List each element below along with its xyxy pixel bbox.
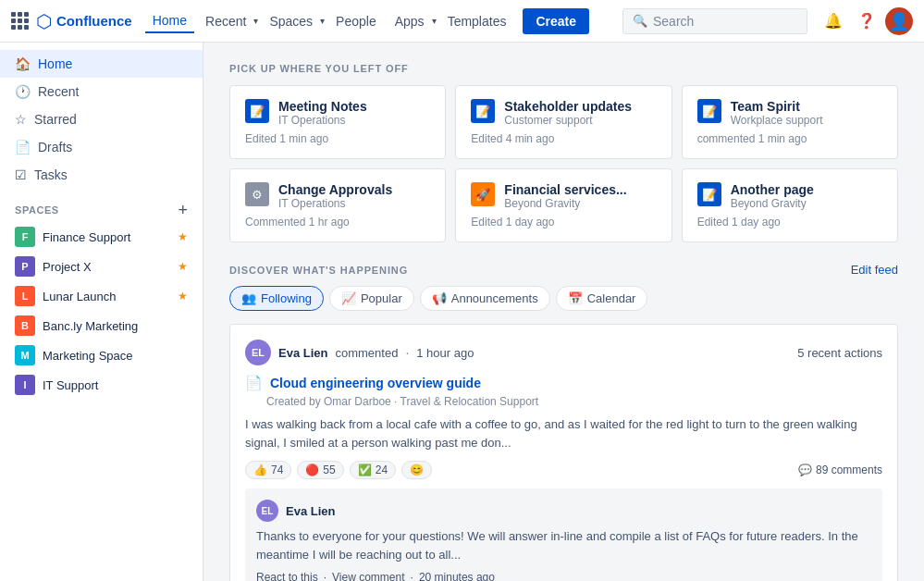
meeting-notes-title: Meeting Notes <box>278 99 367 114</box>
tab-popular[interactable]: 📈 Popular <box>329 286 414 311</box>
finance-support-star: ★ <box>178 230 188 243</box>
nav-home[interactable]: Home <box>145 9 194 33</box>
team-spirit-space: Workplace support <box>731 114 823 127</box>
search-placeholder: Search <box>653 14 694 29</box>
app-grid-icon[interactable] <box>11 12 29 30</box>
sidebar-item-marketing-space[interactable]: M Marketing Space <box>0 340 203 370</box>
nav-apps-arrow: ▾ <box>432 16 437 26</box>
lunar-launch-icon: L <box>15 286 35 306</box>
reaction-check[interactable]: ✅24 <box>350 461 396 479</box>
feed-1-recent-actions[interactable]: 5 recent actions <box>797 346 882 360</box>
meeting-notes-meta: Edited 1 min ago <box>245 132 430 145</box>
meeting-notes-card-icon: 📝 <box>245 99 269 123</box>
feed-1-dot: · <box>405 345 409 360</box>
sidebar-item-it-support[interactable]: I IT Support <box>0 370 203 400</box>
sidebar-item-tasks[interactable]: ☑ Tasks <box>0 161 203 189</box>
create-button[interactable]: Create <box>523 8 589 34</box>
notifications-button[interactable]: 🔔 <box>819 6 848 36</box>
sidebar-item-home[interactable]: 🏠 Home <box>0 50 203 78</box>
feed-tabs: 👥 Following 📈 Popular 📢 Announcements 📅 … <box>229 286 898 311</box>
financial-space: Beyond Gravity <box>504 197 626 210</box>
tab-calendar[interactable]: 📅 Calendar <box>556 286 648 311</box>
comment-icon-1: 💬 <box>798 464 812 476</box>
add-space-button[interactable]: + <box>178 202 188 218</box>
team-spirit-card-icon: 📝 <box>697 99 721 123</box>
recent-icon: 🕐 <box>15 84 31 99</box>
app-logo[interactable]: ⬡ Confluence <box>36 10 132 32</box>
reply-text: Thanks to everyone for your questions! W… <box>256 527 871 563</box>
react-to-this-link[interactable]: React to this <box>256 571 318 581</box>
edit-feed-link[interactable]: Edit feed <box>851 263 898 277</box>
user-avatar[interactable]: 👤 <box>885 7 913 35</box>
tab-following[interactable]: 👥 Following <box>229 286 324 311</box>
nav-spaces[interactable]: Spaces <box>262 10 320 32</box>
reaction-red[interactable]: 🔴55 <box>297 461 343 479</box>
nav-templates[interactable]: Templates <box>440 10 514 32</box>
article-1-title[interactable]: Cloud engineering overview guide <box>270 376 481 390</box>
change-approvals-title: Change Approvals <box>278 182 392 197</box>
sidebar-item-bancly-marketing[interactable]: B Banc.ly Marketing <box>0 311 203 340</box>
financial-meta: Edited 1 day ago <box>471 216 656 229</box>
popular-icon: 📈 <box>341 291 356 305</box>
reply-sep-2: · <box>411 571 413 581</box>
confluence-logo-icon: ⬡ <box>36 10 52 32</box>
card-change-approvals[interactable]: ⚙ Change Approvals IT Operations Comment… <box>229 168 446 242</box>
reply-sep-1: · <box>324 571 326 581</box>
search-icon: 🔍 <box>633 14 647 28</box>
sidebar-item-recent[interactable]: 🕐 Recent <box>0 78 203 105</box>
sidebar-item-lunar-launch[interactable]: L Lunar Launch ★ <box>0 281 203 311</box>
sidebar-item-starred[interactable]: ☆ Starred <box>0 105 203 133</box>
team-spirit-meta: commented 1 min ago <box>697 132 882 145</box>
card-team-spirit[interactable]: 📝 Team Spirit Workplace support commente… <box>682 85 898 159</box>
feed-1-username[interactable]: Eva Lien <box>278 346 327 360</box>
project-x-icon: P <box>15 256 35 277</box>
another-page-card-icon: 📝 <box>697 182 721 206</box>
tab-announcements[interactable]: 📢 Announcements <box>420 286 550 311</box>
feed-1-avatar: EL <box>245 340 271 365</box>
card-another-page[interactable]: 📝 Another page Beyond Gravity Edited 1 d… <box>682 168 898 242</box>
project-x-star: ★ <box>178 260 188 273</box>
team-spirit-title: Team Spirit <box>731 99 823 114</box>
nav-recent-arrow: ▾ <box>253 16 258 26</box>
calendar-icon: 📅 <box>568 291 583 305</box>
topnav: ⬡ Confluence Home Recent ▾ Spaces ▾ Peop… <box>0 0 924 43</box>
nav-apps[interactable]: Apps <box>388 10 432 32</box>
financial-card-icon: 🚀 <box>471 182 495 206</box>
financial-title: Financial services... <box>504 182 626 197</box>
card-financial-services[interactable]: 🚀 Financial services... Beyond Gravity E… <box>455 168 671 242</box>
discover-section-title: DISCOVER WHAT'S HAPPENING <box>229 265 408 276</box>
help-button[interactable]: ❓ <box>852 6 881 36</box>
feed-item-1: EL Eva Lien commented · 1 hour ago 5 rec… <box>229 324 898 581</box>
meeting-notes-space: IT Operations <box>278 114 367 127</box>
article-1-excerpt: I was walking back from a local cafe wit… <box>245 415 882 451</box>
comment-count-1[interactable]: 💬 89 comments <box>798 464 882 476</box>
sidebar-item-project-x[interactable]: P Project X ★ <box>0 252 203 281</box>
home-icon: 🏠 <box>15 56 31 71</box>
view-comment-link[interactable]: View comment <box>332 571 404 581</box>
reply-username[interactable]: Eva Lien <box>286 504 335 518</box>
feed-1-action: commented <box>335 346 398 360</box>
nav-people[interactable]: People <box>328 10 384 32</box>
starred-icon: ☆ <box>15 112 27 127</box>
card-meeting-notes[interactable]: 📝 Meeting Notes IT Operations Edited 1 m… <box>229 85 446 159</box>
cards-grid: 📝 Meeting Notes IT Operations Edited 1 m… <box>229 85 898 242</box>
search-box[interactable]: 🔍 Search <box>622 8 807 34</box>
sidebar-item-finance-support[interactable]: F Finance Support ★ <box>0 222 203 252</box>
sidebar-item-drafts[interactable]: 📄 Drafts <box>0 133 203 161</box>
bancly-marketing-icon: B <box>15 315 35 336</box>
pick-up-section-title: PICK UP WHERE YOU LEFT OFF <box>229 63 898 74</box>
feed-1-reply: EL Eva Lien Thanks to everyone for your … <box>245 488 882 581</box>
confluence-logo-text: Confluence <box>56 13 132 29</box>
drafts-icon: 📄 <box>15 140 31 155</box>
card-stakeholder-updates[interactable]: 📝 Stakeholder updates Customer support E… <box>455 85 671 159</box>
nav-recent[interactable]: Recent <box>198 10 253 32</box>
another-page-title: Another page <box>731 182 814 197</box>
reply-time: 20 minutes ago <box>419 571 495 581</box>
stakeholder-card-icon: 📝 <box>471 99 495 123</box>
finance-support-icon: F <box>15 227 35 247</box>
reaction-smile[interactable]: 😊 <box>401 461 432 479</box>
spaces-section-label: Spaces <box>15 204 59 216</box>
stakeholder-meta: Edited 4 min ago <box>471 132 656 145</box>
nav-spaces-arrow: ▾ <box>320 16 325 26</box>
reaction-thumbs-up[interactable]: 👍74 <box>245 461 291 479</box>
